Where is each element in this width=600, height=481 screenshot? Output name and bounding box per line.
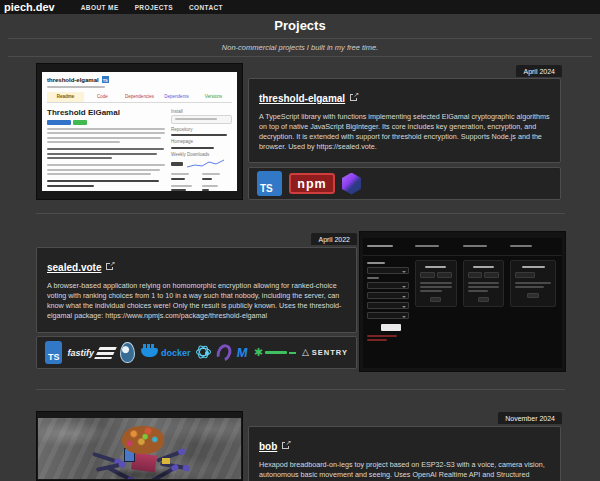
app-card	[463, 260, 505, 307]
downloads-sparkline	[187, 158, 225, 169]
npm-sidebar: Install Repository Homepage Weekly Downl…	[171, 106, 232, 192]
redux-icon	[214, 341, 234, 363]
page-subtitle: Non-commercial projects I built in my fr…	[0, 43, 600, 52]
typescript-icon: TS	[45, 341, 62, 364]
npm-install-label: Install	[171, 109, 232, 114]
sentry-icon: △ SENTRY	[302, 348, 348, 357]
fastify-icon: fastify	[68, 347, 115, 359]
brand-logo[interactable]: piech.dev	[4, 1, 55, 13]
project-description: A browser-based application relying on h…	[47, 281, 346, 321]
divider	[36, 389, 565, 390]
sealed-vote-screenshot	[363, 238, 562, 368]
docker-whale-icon	[141, 348, 158, 357]
robot-connector	[162, 458, 170, 464]
tech-icons-threshold-elgamal: TS npm	[248, 167, 561, 200]
postgresql-icon	[120, 342, 135, 363]
external-link-icon	[106, 263, 113, 270]
tab-code[interactable]: Code	[84, 92, 121, 102]
docker-icon: docker	[141, 348, 191, 358]
external-link-icon	[350, 94, 357, 101]
npm-tabs: Readme Code Dependencies Dependents Vers…	[47, 92, 232, 103]
tech-icons-sealed-vote: TS fastify docker M ✱ △ SENTRY	[36, 336, 357, 369]
page-title: Projects	[0, 18, 600, 33]
project-date-badge: April 2024	[516, 65, 562, 77]
fastify-wing-icon	[94, 347, 117, 359]
nav-link-about-me[interactable]: ABOUT ME	[81, 4, 119, 11]
npm-homepage-label: Homepage	[171, 139, 232, 144]
npm-page-screenshot: threshold-elgamal TS Readme Code Depende…	[42, 72, 237, 191]
project-thumbnail-bob[interactable]	[36, 411, 243, 481]
app-card	[510, 260, 556, 307]
top-navbar: piech.dev ABOUT ME PROJECTS CONTACT	[0, 0, 600, 14]
project-thumbnail-threshold-elgamal[interactable]: threshold-elgamal TS Readme Code Depende…	[36, 63, 243, 200]
project-date-badge: April 2022	[311, 233, 357, 245]
app-card	[415, 260, 457, 307]
nav-link-contact[interactable]: CONTACT	[189, 4, 223, 11]
divider	[36, 213, 565, 214]
project-title-link[interactable]: sealed.vote	[47, 262, 101, 273]
green-spark-logo-icon: ✱	[254, 347, 296, 358]
project-card-sealed-vote: sealed.vote A browser-based application …	[36, 247, 357, 333]
external-link-icon	[282, 442, 289, 449]
npm-readme-heading: Threshold ElGamal	[47, 108, 165, 117]
typescript-icon: TS	[257, 171, 282, 196]
projects-page: piech.dev ABOUT ME PROJECTS CONTACT Proj…	[0, 0, 600, 481]
vote-form-panel	[367, 260, 409, 343]
robot	[100, 426, 184, 479]
vote-button[interactable]	[381, 324, 401, 331]
nav-link-projects[interactable]: PROJECTS	[135, 4, 173, 11]
typescript-badge-icon: TS	[102, 76, 109, 83]
npm-package-name: threshold-elgamal	[47, 77, 99, 83]
npm-icon: npm	[289, 173, 335, 194]
tab-readme[interactable]: Readme	[47, 92, 84, 102]
react-icon	[196, 342, 210, 363]
project-card-threshold-elgamal: threshold-elgamal A TypeScript library w…	[248, 78, 561, 163]
project-title-link[interactable]: bob	[259, 441, 277, 452]
text-line-placeholder	[47, 86, 105, 88]
project-description: A TypeScript library with functions impl…	[259, 112, 550, 152]
project-card-bob: bob Hexapod breadboard-on-legs toy proje…	[248, 426, 561, 481]
mui-icon: M	[236, 345, 249, 360]
npm-weekly-downloads-label: Weekly Downloads	[171, 152, 232, 157]
npm-readme-column: Threshold ElGamal	[47, 106, 165, 192]
npm-install-command[interactable]	[171, 115, 232, 124]
purple-cube-package-icon	[342, 173, 361, 195]
project-date-badge: November 2024	[498, 412, 562, 424]
divider	[8, 56, 592, 57]
tab-dependents[interactable]: Dependents	[158, 92, 195, 102]
tab-dependencies[interactable]: Dependencies	[121, 92, 158, 102]
project-description: Hexapod breadboard-on-legs toy project b…	[259, 460, 550, 481]
npm-repository-label: Repository	[171, 127, 232, 132]
divider	[8, 38, 592, 39]
project-thumbnail-sealed-vote[interactable]	[359, 231, 566, 372]
robot-wires	[122, 426, 164, 454]
project-title-link[interactable]: threshold-elgamal	[259, 93, 345, 104]
tab-versions[interactable]: Versions	[195, 92, 232, 102]
hexapod-robot-photo	[38, 418, 241, 479]
